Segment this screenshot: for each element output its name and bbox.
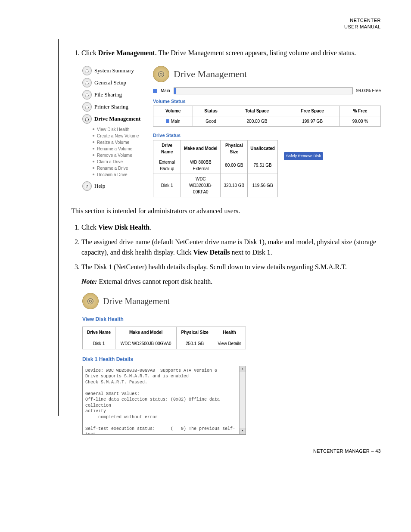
intro-step-1: Click Drive Management. The Drive Manage… — [81, 48, 381, 58]
step-bold: View Details — [193, 249, 230, 256]
bullet-icon — [93, 154, 94, 156]
view-disk-health-heading: View Disk Health — [82, 315, 246, 323]
safely-remove-disk-button[interactable]: Safely Remove Disk — [284, 152, 323, 161]
nav-icon: ◌ — [82, 78, 92, 87]
header-line1: NETCENTER — [58, 17, 381, 24]
table-row: Main Good 200.00 GB 199.97 GB 99.00 % — [153, 116, 381, 127]
remove-disk-wrap: Safely Remove Disk — [281, 140, 323, 161]
scroll-up-icon[interactable]: ▴ — [240, 366, 246, 372]
bullet-icon — [93, 148, 94, 149]
cell: 80.00 GB — [221, 157, 248, 174]
nav-system-summary[interactable]: ◌System Summary — [82, 66, 147, 75]
nav-sub-unclaim-drive[interactable]: Unclaim a Drive — [93, 171, 147, 178]
nav-general-setup[interactable]: ◌General Setup — [82, 78, 147, 87]
nav-label: System Summary — [94, 66, 134, 75]
cell: 119.56 GB — [248, 174, 278, 197]
steps-ordered-list: Click View Disk Health. The assigned dri… — [71, 222, 381, 272]
view-details-link[interactable]: View Details — [213, 338, 246, 349]
drive-icon: ◎ — [82, 293, 99, 309]
nav-icon: ◌ — [82, 114, 92, 124]
cell: WDC WD3200JB-00KFA0 — [181, 174, 221, 197]
col-unallocated: Unallocated — [248, 140, 278, 157]
pane-header: ◎ Drive Management — [82, 293, 246, 309]
disk-health-screenshot: ◎ Drive Management View Disk Health Driv… — [82, 293, 246, 435]
scroll-down-icon[interactable]: ▾ — [240, 428, 246, 434]
margin-rule — [58, 39, 59, 416]
col-make-model: Make and Model — [115, 327, 177, 338]
step-text: next to Disk 1. — [230, 249, 272, 256]
page-footer: NETCENTER MANAGER – 43 — [71, 448, 381, 455]
table-row: External Backup WD 800BB External 80.00 … — [153, 157, 278, 174]
col-pct: % Free — [340, 106, 381, 116]
nav-sub-remove-volume[interactable]: Remove a Volume — [93, 152, 147, 159]
cell-text: Main — [171, 119, 181, 124]
drive-management-screenshot: ◌System Summary ◌General Setup ◌File Sha… — [82, 66, 381, 197]
help-icon: ? — [82, 181, 92, 191]
nav-icon: ◌ — [82, 66, 92, 75]
nav-label: General Setup — [94, 78, 126, 87]
note-line: Note: External drives cannot report disk… — [71, 277, 381, 287]
step-1: Click View Disk Health. — [81, 222, 381, 233]
col-drive-name: Drive Name — [153, 140, 181, 157]
header-line2: USER MANUAL — [58, 24, 381, 30]
free-space-bar — [174, 87, 353, 94]
nav-sub-label: Rename a Drive — [97, 165, 128, 171]
cell: 250.1 GB — [177, 338, 213, 349]
col-volume: Volume — [153, 106, 193, 116]
nav-file-sharing[interactable]: ◌File Sharing — [82, 90, 147, 100]
table-header-row: Drive Name Make and Model Physical Size … — [153, 140, 278, 157]
bullet-icon — [93, 135, 94, 137]
nav-sub-label: Claim a Drive — [97, 159, 123, 165]
cell: 200.00 GB — [229, 116, 285, 127]
scrollbar[interactable]: ▴ ▾ — [239, 366, 246, 434]
free-pct-label: 99.00% Free — [356, 87, 381, 94]
step-bold: View Disk Health — [98, 224, 149, 231]
sidebar-nav: ◌System Summary ◌General Setup ◌File Sha… — [82, 66, 147, 193]
nav-icon: ◌ — [82, 102, 92, 112]
note-text: External drives cannot report disk healt… — [97, 278, 212, 285]
cell: Disk 1 — [83, 338, 115, 349]
nav-label: Drive Management — [94, 115, 140, 123]
nav-sub-create-volume[interactable]: Create a New Volume — [93, 133, 147, 139]
nav-drive-management[interactable]: ◌Drive Management — [82, 114, 147, 124]
nav-printer-sharing[interactable]: ◌Printer Sharing — [82, 102, 147, 112]
nav-sub-label: Remove a Volume — [97, 152, 132, 159]
drive-status-heading: Drive Status — [153, 132, 381, 139]
col-physical-size: Physical Size — [177, 327, 213, 338]
bullet-icon — [93, 128, 94, 130]
table-row: Disk 1 WDC WD2500JB-00GVA0 250.1 GB View… — [83, 338, 246, 349]
free-space-bar-row: Main 99.00% Free — [153, 87, 381, 94]
nav-label: File Sharing — [94, 90, 122, 99]
col-status: Status — [193, 106, 229, 116]
pane-title: Drive Management — [103, 295, 170, 308]
nav-sub-rename-volume[interactable]: Rename a Volume — [93, 146, 147, 152]
page-header: NETCENTER USER MANUAL — [58, 17, 381, 31]
health-details-textarea[interactable]: Device: WDC WD2500JB-00GVA0 Supports ATA… — [82, 366, 246, 435]
nav-sub-rename-drive[interactable]: Rename a Drive — [93, 165, 147, 171]
col-physical-size: Physical Size — [221, 140, 248, 157]
cell: External Backup — [153, 157, 181, 174]
nav-sub-label: Rename a Volume — [97, 146, 132, 152]
main-pane: ◎ Drive Management Main 99.00% Free Volu… — [153, 66, 381, 197]
cell: 99.00 % — [340, 116, 381, 127]
nav-sub-view-disk-health[interactable]: View Disk Health — [93, 126, 147, 133]
col-total: Total Space — [229, 106, 285, 116]
nav-sub-label: Create a New Volume — [97, 133, 139, 139]
admin-note-paragraph: This section is intended for administrat… — [71, 206, 381, 216]
bullet-icon — [93, 141, 94, 143]
bullet-icon — [93, 174, 94, 175]
health-details-heading: Disk 1 Health Details — [82, 355, 246, 363]
cell: WD 800BB External — [181, 157, 221, 174]
nav-sub-claim-drive[interactable]: Claim a Drive — [93, 159, 147, 165]
pane-header: ◎ Drive Management — [153, 66, 381, 82]
nav-sub-resize-volume[interactable]: Resize a Volume — [93, 139, 147, 146]
col-drive-name: Drive Name — [83, 327, 115, 338]
table-header-row: Volume Status Total Space Free Space % F… — [153, 106, 381, 116]
step-2: The assigned drive name (default NetCent… — [81, 237, 381, 258]
step-3: The Disk 1 (NetCenter) health details di… — [81, 262, 381, 272]
col-health: Health — [213, 327, 246, 338]
nav-help[interactable]: ?Help — [82, 181, 147, 191]
free-main-label: Main — [161, 87, 170, 94]
cell: 199.97 GB — [285, 116, 340, 127]
nav-icon: ◌ — [82, 90, 92, 100]
